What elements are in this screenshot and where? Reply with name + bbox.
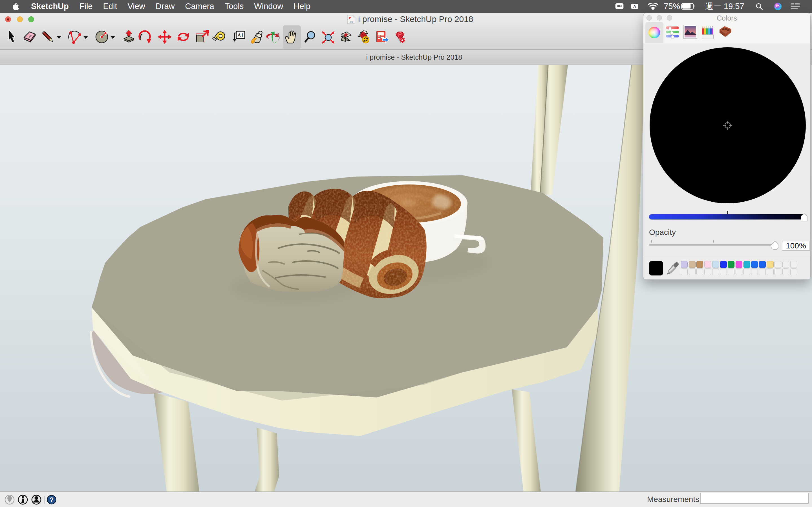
svg-text:?: ? [50,496,54,504]
svg-text:A1: A1 [238,33,244,38]
svg-text:A: A [633,4,637,9]
svg-text:.skp: .skp [349,20,354,23]
